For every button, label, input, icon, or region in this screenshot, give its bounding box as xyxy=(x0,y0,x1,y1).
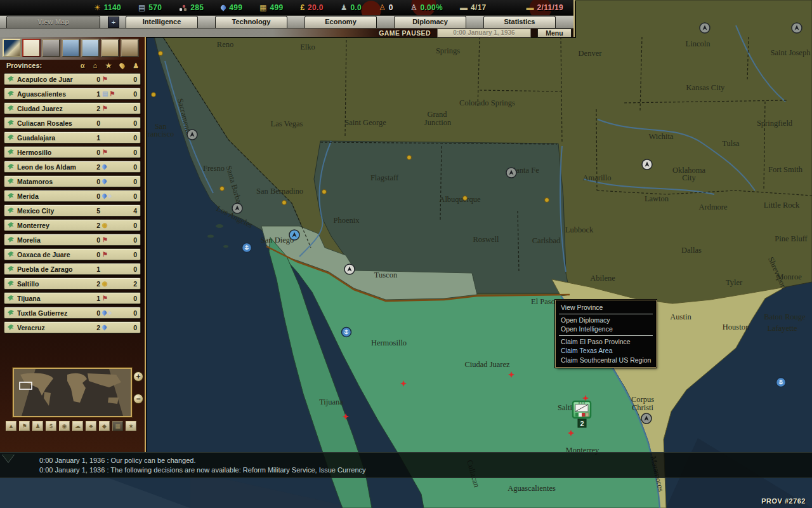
air-base-icon[interactable] xyxy=(289,230,299,240)
province-row[interactable]: Leon de los Aldam20 xyxy=(4,161,141,173)
province-mid-value: 0 xyxy=(93,149,100,156)
province-row[interactable]: Merida0◆0 xyxy=(4,190,141,202)
air-base-icon[interactable] xyxy=(641,413,652,424)
national-flag-icon xyxy=(8,237,14,243)
menu-item-open-intelligence[interactable]: Open Intelligence xyxy=(556,324,655,334)
mapmode-economy-button[interactable]: $ xyxy=(46,421,56,431)
supplies-icon: ▦ xyxy=(259,4,266,11)
unit-flag xyxy=(575,413,579,417)
province-name: Mexico City xyxy=(17,207,93,215)
naval-base-icon[interactable] xyxy=(342,328,351,337)
national-flag-icon xyxy=(8,281,14,286)
mapmode-naval-button[interactable] xyxy=(81,39,100,57)
map-label: Roswell xyxy=(473,235,500,244)
province-row[interactable]: Monterrey2◉0 xyxy=(4,219,141,231)
tab-diplomacy[interactable]: Diplomacy xyxy=(394,16,466,28)
menu-button[interactable]: Menu xyxy=(537,29,572,37)
map-label: Fort Smith xyxy=(768,165,803,174)
map-label: Hermosillo xyxy=(371,338,407,347)
air-base-icon[interactable] xyxy=(700,23,710,33)
mapmode-political-button[interactable]: ⚑ xyxy=(19,421,30,431)
money-icon: £ xyxy=(300,4,304,11)
air-base-icon[interactable] xyxy=(344,264,355,274)
province-right-value: 0 xyxy=(126,163,137,171)
flag-icon: ⚑ xyxy=(102,251,108,258)
province-row[interactable]: Oaxaca de Juare0⚑0 xyxy=(4,248,141,260)
province-row[interactable]: Puebla de Zarago10 xyxy=(4,263,141,275)
province-row[interactable]: Hermosillo0⚑0 xyxy=(4,146,141,158)
mapmode-air-button[interactable]: ★ xyxy=(126,421,136,431)
flag-icon: ⚑ xyxy=(102,76,108,83)
menu-item-claim-southcentral-us-region[interactable]: Claim Southcentral US Region xyxy=(556,356,655,365)
province-name: Ciudad Juarez xyxy=(17,105,93,112)
mapmode-combat-button[interactable] xyxy=(101,39,119,57)
mapmode-units-button[interactable]: ♟ xyxy=(32,421,43,431)
province-row[interactable]: Mexico City54 xyxy=(4,204,141,217)
province-row[interactable]: Veracruz20 xyxy=(4,321,141,333)
province-name: Monterrey xyxy=(17,222,93,229)
menu-item-claim-texas-area[interactable]: Claim Texas Area xyxy=(556,346,655,356)
log-collapse-icon[interactable] xyxy=(2,454,15,462)
tab-technology[interactable]: Technology xyxy=(215,16,287,28)
province-row[interactable]: Ciudad Juarez2⚑0 xyxy=(4,102,141,114)
metal-icon: ▤ xyxy=(102,91,108,97)
naval-base-icon[interactable] xyxy=(776,378,786,387)
column-factory-icon[interactable]: ⌂ xyxy=(93,62,98,69)
resource-convoys-value: 2/11/19 xyxy=(537,3,563,12)
province-row[interactable]: Acapulco de Juar0⚑0 xyxy=(4,73,141,85)
oil-icon xyxy=(102,193,108,199)
province-id-label: PROV #2762 xyxy=(761,497,806,505)
air-base-icon[interactable] xyxy=(642,159,652,170)
mapmode-air-button[interactable] xyxy=(62,39,80,57)
tab-view-map[interactable]: View Map xyxy=(6,16,100,28)
flag-button[interactable]: + xyxy=(108,17,119,28)
province-name: Leon de los Aldam xyxy=(17,163,93,171)
tab-statistics[interactable]: Statistics xyxy=(483,16,556,28)
province-row[interactable]: Saltillo2◉2 xyxy=(4,277,141,290)
mapmode-artillery-button[interactable] xyxy=(121,39,139,57)
minimap-zoom-in-button[interactable]: + xyxy=(133,371,143,382)
tab-economy[interactable]: Economy xyxy=(304,16,377,28)
mapmode-regions-button[interactable]: ◆ xyxy=(99,421,110,431)
mapmode-resources-button[interactable]: ◉ xyxy=(59,421,70,431)
mapmode-partisans-button[interactable]: ♣ xyxy=(86,421,96,431)
map-label: Junction xyxy=(424,118,452,127)
province-mid-value: 0 xyxy=(93,119,100,127)
column-combat-icon[interactable]: ★ xyxy=(105,62,112,70)
column-manpower-icon[interactable]: ♟ xyxy=(133,62,139,70)
tab-bar: View Map + IntelligenceTechnologyEconomy… xyxy=(0,15,573,28)
air-base-icon[interactable] xyxy=(187,130,197,140)
mapmode-terrain-button[interactable]: ▲ xyxy=(6,421,16,431)
air-base-icon[interactable] xyxy=(792,23,802,33)
menu-item-claim-el-paso-province[interactable]: Claim El Paso Province xyxy=(556,337,655,347)
national-flag-icon xyxy=(8,251,14,257)
column-alpha-icon[interactable]: α xyxy=(81,62,85,69)
column-oil-icon[interactable] xyxy=(119,62,126,69)
mapmode-ledger-button[interactable] xyxy=(22,39,41,57)
victory-point-dot xyxy=(322,190,327,194)
national-flag-icon xyxy=(8,76,14,82)
mapmode-map-button[interactable] xyxy=(3,39,21,57)
province-row[interactable]: Morelia0⚑0 xyxy=(4,234,141,246)
air-base-icon[interactable] xyxy=(506,168,516,178)
minimap-zoom-out-button[interactable]: − xyxy=(133,394,143,404)
menu-item-open-diplomacy[interactable]: Open Diplomacy xyxy=(556,316,655,325)
mapmode-land-button[interactable] xyxy=(42,39,60,57)
menu-item-view-province[interactable]: View Province xyxy=(556,303,655,312)
province-mid-value: 1 xyxy=(93,265,100,273)
mapmode-weather-button[interactable]: ☁ xyxy=(72,421,83,431)
province-row[interactable]: Tijuana1⚑0 xyxy=(4,292,141,304)
tab-intelligence[interactable]: Intelligence xyxy=(126,16,198,28)
mapmode-infrastructure-button[interactable]: ▦ xyxy=(112,421,123,431)
province-row[interactable]: Tuxtla Gutierrez0◆0 xyxy=(4,307,141,319)
province-row[interactable]: Guadalajara10 xyxy=(4,131,141,144)
province-row[interactable]: Aguascalientes1▤⚑0 xyxy=(4,88,141,100)
naval-base-icon[interactable] xyxy=(242,243,252,253)
map-label: Tyler xyxy=(726,278,743,287)
resource-supplies-value: 499 xyxy=(270,3,283,12)
minimap[interactable] xyxy=(13,368,132,417)
province-row[interactable]: Culiacan Rosales00 xyxy=(4,117,141,129)
air-base-icon[interactable] xyxy=(232,203,242,213)
province-row[interactable]: Matamoros00 xyxy=(4,175,141,187)
province-right-value: 0 xyxy=(126,236,137,244)
